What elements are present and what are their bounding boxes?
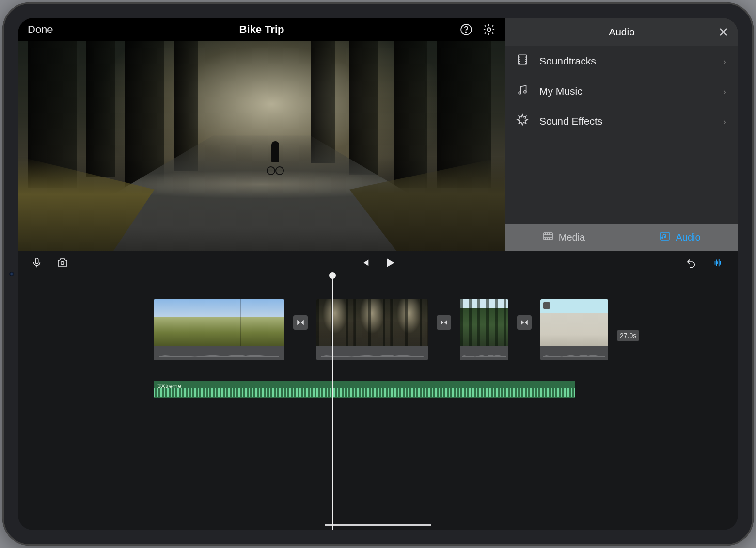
playhead[interactable] bbox=[332, 275, 333, 530]
camera-icon[interactable] bbox=[56, 257, 69, 269]
cyclist-figure bbox=[267, 141, 284, 175]
clip-4[interactable] bbox=[540, 299, 608, 360]
svg-rect-6 bbox=[544, 233, 552, 240]
home-indicator[interactable] bbox=[325, 524, 431, 526]
audio-waveform bbox=[154, 388, 575, 397]
waveform-icon[interactable] bbox=[711, 258, 724, 268]
row-soundtracks[interactable]: Soundtracks › bbox=[505, 46, 738, 76]
media-icon bbox=[542, 230, 554, 244]
svg-rect-8 bbox=[35, 258, 38, 264]
transition-2[interactable] bbox=[437, 299, 451, 346]
clip-3[interactable] bbox=[460, 299, 508, 360]
gear-icon[interactable] bbox=[482, 23, 496, 36]
project-title: Bike Trip bbox=[239, 23, 284, 36]
burst-icon bbox=[516, 113, 529, 129]
app-screen: Done Bike Trip bbox=[18, 18, 738, 530]
svg-point-5 bbox=[524, 91, 526, 93]
undo-icon[interactable] bbox=[685, 258, 697, 268]
chevron-right-icon: › bbox=[723, 115, 726, 127]
clip-2[interactable] bbox=[316, 299, 428, 360]
chevron-right-icon: › bbox=[723, 55, 726, 67]
row-my-music[interactable]: My Music › bbox=[505, 76, 738, 106]
skip-back-icon[interactable] bbox=[360, 258, 370, 268]
clip-audio-waveform bbox=[460, 346, 508, 360]
tab-label: Audio bbox=[676, 232, 700, 243]
play-icon[interactable] bbox=[384, 257, 396, 269]
tab-media[interactable]: Media bbox=[505, 224, 622, 251]
chevron-right-icon: › bbox=[723, 85, 726, 97]
panel-title: Audio bbox=[609, 26, 635, 38]
tab-label: Media bbox=[559, 232, 585, 243]
transition-1[interactable] bbox=[293, 299, 308, 346]
close-icon[interactable] bbox=[718, 26, 729, 38]
row-sound-effects[interactable]: Sound Effects › bbox=[505, 106, 738, 136]
clip-audio-waveform bbox=[154, 346, 284, 360]
video-preview[interactable] bbox=[18, 41, 505, 251]
preview-pane: Done Bike Trip bbox=[18, 18, 505, 251]
clip-audio-waveform bbox=[316, 346, 428, 360]
clip-audio-waveform bbox=[540, 346, 608, 360]
svg-point-9 bbox=[61, 261, 64, 265]
audio-browser-panel: Audio Soundtracks › bbox=[505, 18, 738, 251]
transition-3[interactable] bbox=[517, 299, 532, 346]
tab-audio[interactable]: Audio bbox=[622, 224, 738, 251]
audio-icon bbox=[659, 230, 671, 244]
microphone-icon[interactable] bbox=[32, 257, 42, 269]
row-label: Sound Effects bbox=[539, 115, 602, 127]
device-frame: Done Bike Trip bbox=[2, 2, 754, 546]
svg-rect-7 bbox=[661, 232, 669, 240]
timeline[interactable]: 27.0s 3Xtreme bbox=[18, 275, 738, 530]
svg-point-2 bbox=[487, 28, 490, 31]
row-label: My Music bbox=[539, 85, 583, 97]
row-label: Soundtracks bbox=[539, 55, 596, 67]
done-button[interactable]: Done bbox=[28, 23, 53, 36]
music-note-icon bbox=[516, 83, 529, 98]
clip-1[interactable] bbox=[154, 299, 284, 360]
audio-track[interactable]: 3Xtreme bbox=[154, 381, 575, 398]
help-icon[interactable] bbox=[460, 23, 472, 36]
svg-point-4 bbox=[519, 92, 521, 94]
svg-point-1 bbox=[465, 32, 466, 32]
film-strip-icon bbox=[516, 53, 529, 68]
project-end-duration: 27.0s bbox=[617, 330, 639, 341]
